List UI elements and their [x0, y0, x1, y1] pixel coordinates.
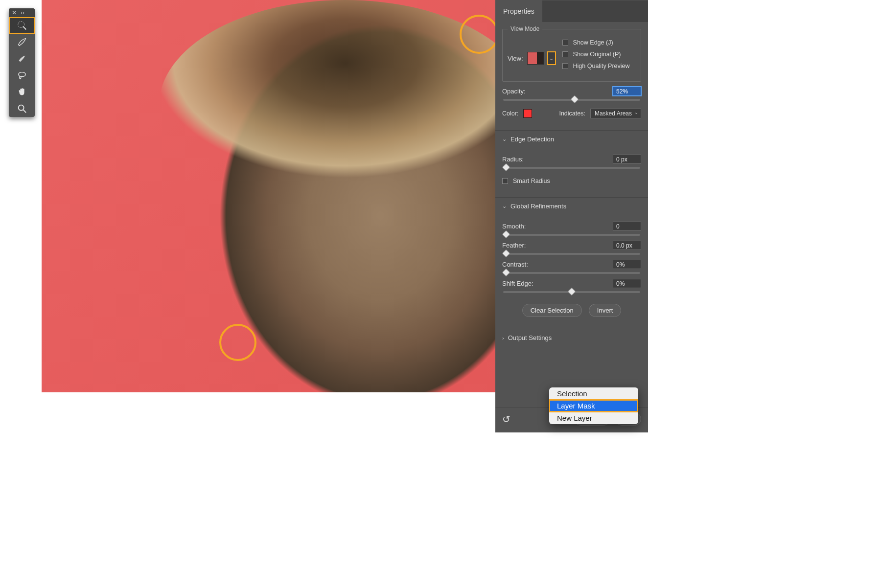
shift-edge-slider-thumb[interactable] — [568, 288, 576, 296]
feather-input[interactable]: 0.0 px — [613, 241, 641, 250]
chevron-down-icon: ⌄ — [502, 203, 507, 209]
hq-preview-label: High Quality Preview — [573, 63, 630, 69]
clear-selection-button[interactable]: Clear Selection — [522, 304, 582, 317]
output-option-selection[interactable]: Selection — [549, 387, 638, 400]
opacity-slider[interactable] — [503, 99, 640, 101]
chevron-down-icon: ⌄ — [502, 136, 507, 142]
expand-icon[interactable]: ›› — [21, 9, 24, 16]
shift-edge-slider[interactable] — [503, 291, 640, 293]
close-icon[interactable]: ✕ — [12, 9, 17, 16]
opacity-slider-thumb[interactable] — [570, 95, 579, 104]
chevron-right-icon: › — [502, 335, 504, 341]
annotation-circle-bottom — [219, 324, 256, 361]
smooth-input[interactable]: 0 — [613, 222, 641, 231]
reset-icon[interactable]: ↺ — [502, 413, 510, 425]
zoom-tool[interactable] — [9, 100, 35, 117]
radius-slider[interactable] — [503, 167, 640, 169]
output-to-dropdown: Selection Layer Mask New Layer — [549, 387, 638, 424]
indicates-select[interactable]: Masked Areas — [590, 109, 641, 118]
smart-radius-checkbox[interactable] — [502, 178, 508, 184]
tab-gutter — [542, 0, 648, 22]
invert-button[interactable]: Invert — [589, 304, 622, 317]
brush-icon — [17, 37, 27, 47]
soft-brush-icon — [17, 53, 27, 64]
properties-panel: Properties View Mode View: ⌄ Show Edge (… — [495, 0, 648, 432]
output-settings-title: Output Settings — [508, 334, 552, 341]
output-settings-accordion[interactable]: › Output Settings — [495, 329, 648, 346]
show-edge-checkbox[interactable] — [562, 40, 568, 45]
output-option-new-layer[interactable]: New Layer — [549, 412, 638, 424]
edge-detection-accordion[interactable]: ⌄ Edge Detection — [495, 130, 648, 148]
smooth-slider-thumb[interactable] — [502, 230, 510, 239]
shift-edge-input[interactable]: 0% — [613, 279, 641, 288]
shift-edge-label: Shift Edge: — [502, 280, 533, 287]
annotation-circle-top — [460, 15, 499, 54]
show-edge-label: Show Edge (J) — [573, 39, 613, 46]
contrast-slider[interactable] — [503, 272, 640, 274]
smart-radius-label: Smart Radius — [513, 178, 550, 184]
tab-properties[interactable]: Properties — [495, 0, 542, 22]
radius-label: Radius: — [502, 156, 524, 163]
view-mode-title: View Mode — [508, 25, 542, 32]
svg-point-1 — [18, 72, 25, 77]
feather-slider-thumb[interactable] — [502, 249, 510, 258]
hand-tool[interactable] — [9, 84, 35, 100]
lasso-icon — [17, 70, 27, 81]
contrast-slider-thumb[interactable] — [502, 269, 510, 277]
view-thumbnail[interactable] — [527, 52, 544, 65]
refine-brush-icon — [17, 20, 27, 31]
output-option-layer-mask[interactable]: Layer Mask — [549, 400, 638, 412]
view-mode-group: View Mode View: ⌄ Show Edge (J) Show Ori… — [502, 29, 641, 82]
view-dropdown-button[interactable]: ⌄ — [548, 52, 556, 65]
feather-slider[interactable] — [503, 253, 640, 255]
brush-tool[interactable] — [9, 34, 35, 50]
chevron-down-icon: ⌄ — [549, 55, 554, 62]
hq-preview-checkbox[interactable] — [562, 63, 568, 69]
canvas[interactable] — [42, 0, 497, 392]
panel-tabs: Properties — [495, 0, 648, 22]
contrast-label: Contrast: — [502, 261, 528, 268]
tools-palette: ✕ ›› — [9, 8, 35, 117]
global-refinements-title: Global Refinements — [510, 203, 566, 210]
soft-brush-tool[interactable] — [9, 50, 35, 67]
show-original-checkbox[interactable] — [562, 51, 568, 57]
contrast-input[interactable]: 0% — [613, 260, 641, 269]
smooth-slider[interactable] — [503, 234, 640, 236]
opacity-input[interactable]: 52% — [613, 87, 641, 96]
opacity-label: Opacity: — [502, 88, 526, 95]
edge-detection-title: Edge Detection — [510, 136, 554, 143]
radius-input[interactable]: 0 px — [613, 155, 641, 164]
color-swatch[interactable] — [523, 109, 532, 118]
hand-icon — [17, 87, 27, 97]
view-label: View: — [508, 55, 523, 62]
lasso-tool[interactable] — [9, 67, 35, 84]
svg-point-2 — [18, 105, 23, 111]
palette-header[interactable]: ✕ ›› — [9, 8, 35, 17]
smooth-label: Smooth: — [502, 223, 526, 230]
magnifier-icon — [17, 103, 27, 114]
color-label: Color: — [502, 110, 518, 117]
global-refinements-accordion[interactable]: ⌄ Global Refinements — [495, 197, 648, 215]
show-original-label: Show Original (P) — [573, 51, 621, 58]
radius-slider-thumb[interactable] — [502, 163, 510, 172]
indicates-label: Indicates: — [559, 110, 585, 117]
feather-label: Feather: — [502, 242, 526, 249]
refine-edge-brush-tool[interactable] — [9, 17, 35, 34]
